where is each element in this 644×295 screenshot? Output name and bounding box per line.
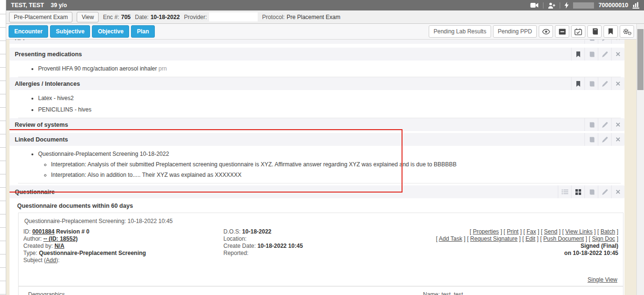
- remove-icon[interactable]: [611, 118, 624, 131]
- eye-icon[interactable]: [539, 25, 553, 38]
- view-links-link[interactable]: View Links: [565, 228, 593, 235]
- toolbar: Encounter Subjective Objective Plan Pend…: [6, 24, 636, 40]
- signed-on-date: on 10-18-2022 10:45: [413, 250, 618, 257]
- journal-icon[interactable]: [584, 40, 598, 44]
- fax-link[interactable]: Fax: [526, 228, 536, 235]
- protocol-value: Pre Placement Exam: [287, 14, 341, 20]
- edit-icon[interactable]: [598, 118, 611, 131]
- list-view-icon[interactable]: [558, 185, 571, 198]
- section-hpi-clipped: HPI: [10, 40, 624, 44]
- content-area: HPI Presenting medications Proventil HFA…: [6, 40, 636, 295]
- section-actions: [558, 185, 624, 198]
- section-actions: [584, 40, 624, 44]
- journal-icon[interactable]: [584, 48, 598, 61]
- tab-encounter[interactable]: Encounter: [9, 25, 48, 38]
- journal-icon[interactable]: [584, 185, 598, 198]
- edit-icon[interactable]: [598, 77, 611, 90]
- document-info-middle: D.O.S: 10-18-2022 Location: Create Date:…: [223, 228, 413, 264]
- author-link[interactable]: -- (ID: 18552): [43, 235, 78, 242]
- inbox-icon[interactable]: [555, 25, 569, 38]
- allergy-item: Latex - hives2: [38, 95, 624, 102]
- view-button[interactable]: View: [77, 12, 99, 22]
- scrollbar-thumb[interactable]: [637, 29, 644, 90]
- properties-link[interactable]: Properties: [473, 228, 499, 235]
- batch-link[interactable]: Batch: [601, 228, 615, 235]
- date-value: 10-18-2022: [151, 14, 180, 20]
- allergy-item: PENICILLINS - hives: [38, 106, 624, 113]
- created-by-link[interactable]: N/A: [54, 243, 64, 249]
- subject-add-link[interactable]: Add: [46, 257, 56, 264]
- pending-ppd-button[interactable]: Pending PPD: [493, 25, 537, 38]
- enc-number-value: 705: [121, 14, 131, 20]
- section-header-linked-documents: Linked Documents: [10, 133, 624, 146]
- interpretation-text: Interpretation: Also in addition to.....…: [51, 172, 242, 178]
- progress-note-card: HPI Presenting medications Proventil HFA…: [10, 40, 624, 295]
- vertical-scrollbar[interactable]: [636, 24, 644, 295]
- document-heading: Questionnaire-Preplacement Screening: 10…: [23, 217, 618, 228]
- journal-icon[interactable]: [584, 77, 598, 90]
- sign-doc-link[interactable]: Sign Doc: [592, 235, 615, 242]
- encounter-type-button[interactable]: Pre-Placement Exam: [9, 12, 72, 22]
- linked-documents-section: Linked Documents Questionnaire-Preplacem…: [10, 133, 624, 183]
- edit-icon[interactable]: [598, 133, 611, 146]
- remove-icon[interactable]: [611, 133, 624, 146]
- remove-icon[interactable]: [611, 40, 624, 44]
- journal-icon[interactable]: [584, 118, 598, 131]
- section-header-hpi: HPI: [10, 40, 624, 44]
- section-title: Questionnaire: [15, 189, 55, 195]
- add-patient-icon[interactable]: [548, 2, 555, 9]
- patient-titlebar: TEST, TEST 39 y/o 700000010: [6, 0, 644, 10]
- journal-icon[interactable]: [584, 133, 598, 146]
- edit-link[interactable]: Edit: [525, 235, 535, 242]
- section-actions: [584, 133, 624, 146]
- bookmark-icon[interactable]: [604, 25, 618, 38]
- document-actions: PropertiesPrintFaxSendView LinksBatch Ad…: [413, 228, 618, 264]
- encounter-bar: Pre-Placement Exam View Enc #: 705 Date:…: [6, 10, 644, 24]
- type-label: Type:: [23, 250, 37, 256]
- provider-input[interactable]: [209, 12, 258, 21]
- flash-icon[interactable]: [564, 2, 569, 9]
- bar-chart-icon[interactable]: [633, 2, 639, 9]
- request-signature-link[interactable]: Request Signature: [470, 235, 517, 242]
- pending-lab-results-button[interactable]: Pending Lab Results: [429, 25, 491, 38]
- left-ruler: [0, 0, 6, 295]
- edit-icon[interactable]: [598, 40, 611, 44]
- bookmark-icon[interactable]: [571, 77, 584, 90]
- remove-icon[interactable]: [611, 48, 624, 61]
- tab-objective[interactable]: Objective: [92, 25, 129, 38]
- protocol-label: Protocol:: [262, 14, 284, 20]
- calendar-icon[interactable]: [571, 25, 585, 38]
- print-link[interactable]: Print: [507, 228, 519, 235]
- tab-plan[interactable]: Plan: [131, 25, 154, 38]
- medication-frequency: prn: [159, 65, 167, 72]
- allergy-text: Latex - hives2: [38, 95, 74, 102]
- divider: [18, 183, 621, 183]
- section-title: Linked Documents: [15, 136, 68, 143]
- titlebar-actions: 700000010: [530, 2, 639, 9]
- tab-subjective[interactable]: Subjective: [50, 25, 90, 38]
- add-task-link[interactable]: Add Task: [439, 235, 462, 242]
- journal-icon[interactable]: [587, 25, 602, 38]
- medication-item: Proventil HFA 90 mcg/actuation aerosol i…: [38, 65, 624, 72]
- push-document-link[interactable]: Push Document: [543, 235, 584, 242]
- remove-icon[interactable]: [611, 77, 624, 90]
- linked-document-list: Questionnaire-Preplacement Screening 10-…: [10, 146, 624, 183]
- document-actions-row1: PropertiesPrintFaxSendView LinksBatch: [413, 228, 618, 235]
- section-title: Presenting medications: [15, 51, 82, 58]
- remove-icon[interactable]: [611, 185, 624, 198]
- video-camera-icon[interactable]: [530, 2, 539, 8]
- demographics-line: Name: test, test: [423, 291, 614, 295]
- edit-icon[interactable]: [598, 48, 611, 61]
- edit-icon[interactable]: [598, 185, 611, 198]
- document-id-link[interactable]: 0001884: [32, 228, 55, 235]
- section-header-review-of-systems: Review of systems: [10, 118, 624, 131]
- provider-label: Provider:: [184, 14, 207, 20]
- enc-number-label: Enc #:: [103, 14, 119, 20]
- bookmark-icon[interactable]: [571, 48, 584, 61]
- allergy-text: PENICILLINS - hives: [38, 106, 91, 113]
- interpretation-item: Interpretation: Analysis of their submit…: [51, 161, 624, 168]
- settings-gears-icon[interactable]: [620, 25, 634, 38]
- single-view-link[interactable]: Single View: [588, 276, 617, 283]
- grid-view-icon[interactable]: [571, 185, 584, 198]
- send-link[interactable]: Send: [544, 228, 557, 235]
